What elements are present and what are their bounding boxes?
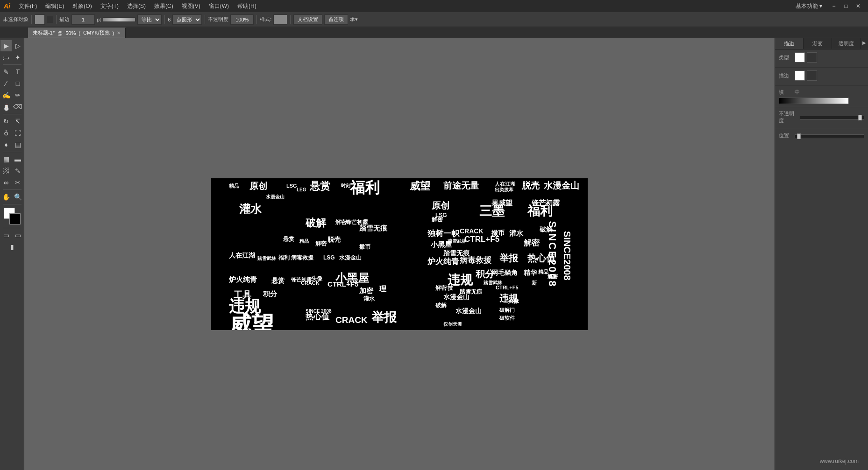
- zoom-tool[interactable]: 🔍: [12, 191, 23, 203]
- minimize-button[interactable]: −: [828, 0, 840, 12]
- workspace-selector[interactable]: 基本功能 ▾: [792, 1, 826, 11]
- type-color-dark[interactable]: [807, 52, 817, 63]
- lasso-tool[interactable]: ⧴: [0, 52, 12, 63]
- menu-help[interactable]: 帮助(H): [234, 1, 260, 11]
- style-preview[interactable]: [273, 14, 287, 25]
- warp-tool[interactable]: ♁: [0, 127, 12, 139]
- extra-icon[interactable]: 承▾: [350, 16, 358, 23]
- menu-object[interactable]: 对象(O): [69, 1, 95, 11]
- eyedropper-tool[interactable]: ⛆: [0, 165, 12, 176]
- fill-color-selector[interactable]: [47, 16, 53, 23]
- toolbar: 未选择对象 描边 pt 等比 6 点圆形 不透明度 样式: 文档设置 首连项 承…: [0, 12, 868, 27]
- stroke-swatch-dark[interactable]: [807, 70, 817, 81]
- draw-mode-behind[interactable]: ▭: [12, 230, 23, 241]
- stroke-color-selector[interactable]: [35, 14, 45, 25]
- maximize-button[interactable]: □: [840, 0, 852, 12]
- document-tab[interactable]: 未标题-1* @ 50% ( CMYK/预览 ) ✕: [28, 28, 126, 38]
- tool-row-15: ▮: [7, 241, 18, 253]
- stroke-width-input[interactable]: [71, 14, 95, 25]
- rp-position-section: 位置: [775, 129, 868, 144]
- word-cloud-item: CTRL+F5: [464, 235, 499, 243]
- word-cloud-item: 加密: [359, 287, 373, 294]
- tool-row-2: ⧴ ✦: [0, 52, 23, 63]
- draw-mode-normal[interactable]: ▭: [0, 230, 12, 241]
- word-cloud-item: 解密: [524, 239, 540, 247]
- rp-tab-transparency[interactable]: 透明度: [832, 38, 861, 49]
- gradient-tool[interactable]: ▬: [12, 154, 23, 165]
- rp-stroke-section: 描边: [775, 68, 868, 86]
- first-item-button[interactable]: 首连项: [324, 14, 348, 25]
- menu-file[interactable]: 文件(F): [15, 1, 41, 11]
- rp-fill-label: 填: [779, 89, 793, 96]
- stroke-swatch-white[interactable]: [795, 70, 805, 81]
- opacity-slider-thumb[interactable]: [858, 115, 862, 120]
- menu-text[interactable]: 文字(T): [97, 1, 122, 11]
- word-cloud-item: 出类拔萃: [495, 188, 513, 192]
- rect-tool[interactable]: □: [12, 78, 23, 89]
- tool-row-9: ♦ ▤: [0, 139, 23, 150]
- magic-wand-tool[interactable]: ✦: [12, 52, 23, 63]
- menu-select[interactable]: 选择(S): [123, 1, 149, 11]
- line-tool[interactable]: ∕: [0, 78, 12, 89]
- screen-mode[interactable]: ▮: [7, 241, 18, 253]
- stroke-style-select[interactable]: 等比: [137, 14, 162, 25]
- word-cloud-item: 水漫金山: [544, 181, 579, 190]
- position-slider-thumb[interactable]: [797, 133, 801, 139]
- graph-tool[interactable]: ▤: [12, 139, 23, 150]
- gradient-bar[interactable]: [779, 98, 849, 104]
- position-slider[interactable]: [795, 134, 864, 138]
- close-button[interactable]: ✕: [852, 0, 864, 12]
- menu-edit[interactable]: 编辑(E): [42, 1, 68, 11]
- word-cloud-item: 灌水: [239, 203, 262, 215]
- rp-tab-stroke[interactable]: 描边: [775, 38, 804, 49]
- type-color-white[interactable]: [795, 52, 805, 63]
- tool-row-3: ✎ T: [0, 66, 23, 77]
- pencil-tool[interactable]: ✍: [0, 90, 12, 101]
- rp-tab-gradient[interactable]: 渐变: [804, 38, 832, 49]
- word-cloud-item: 水漫金山: [455, 308, 482, 314]
- word-cloud-item: 人在江湖: [495, 182, 515, 187]
- rp-opacity-label: 不透明度: [779, 110, 798, 124]
- menu-view[interactable]: 视图(V): [178, 1, 204, 11]
- word-cloud-item: 独树一帜: [427, 230, 459, 238]
- tool-row-6: ⛄ ⌫: [0, 101, 23, 112]
- word-cloud-item: 解密: [435, 285, 447, 291]
- word-cloud-item: 人在江湖: [229, 252, 255, 259]
- direct-selection-tool[interactable]: ▷: [12, 40, 23, 51]
- selection-tool[interactable]: ▶: [0, 40, 12, 51]
- background-color[interactable]: [9, 213, 21, 224]
- right-panel-tabs: 描边 渐变 透明度 ▶: [775, 38, 868, 49]
- opacity-slider[interactable]: [800, 116, 864, 119]
- opacity-input[interactable]: [230, 14, 254, 25]
- symbol-tool[interactable]: ♦: [0, 139, 12, 150]
- tab-close-button[interactable]: ✕: [117, 30, 121, 35]
- menu-effect[interactable]: 效果(C): [150, 1, 177, 11]
- doc-settings-button[interactable]: 文档设置: [293, 14, 322, 25]
- rp-type-section: 类型: [775, 49, 868, 68]
- rp-mid-label: 中: [795, 89, 809, 96]
- scale-tool[interactable]: ↸: [12, 116, 23, 127]
- measure-tool[interactable]: ✎: [12, 165, 23, 176]
- artwork-canvas[interactable]: 精品原创LSGLEG悬赏时刻福利威望前途无量人在江湖出类拔萃脱壳水漫金山水漫金山…: [211, 178, 588, 330]
- rotate-tool[interactable]: ↻: [0, 116, 12, 127]
- blob-brush-tool[interactable]: ⛄: [0, 101, 12, 112]
- point-shape-select[interactable]: 点圆形: [172, 14, 202, 25]
- tab-mode-close: ): [113, 30, 114, 36]
- tool-row-5: ✍ ✏: [0, 90, 23, 101]
- pen-tool[interactable]: ✎: [0, 66, 12, 77]
- menu-bar: Ai 文件(F) 编辑(E) 对象(O) 文字(T) 选择(S) 效果(C) 视…: [0, 0, 868, 12]
- tab-zoom: @: [57, 30, 63, 36]
- free-transform-tool[interactable]: ⛶: [12, 127, 23, 139]
- tool-separator-6: [3, 228, 21, 228]
- eraser-tool[interactable]: ⌫: [12, 101, 23, 112]
- blend-tool[interactable]: ∞: [0, 177, 12, 188]
- panel-expand-icon[interactable]: ▶: [861, 38, 868, 49]
- menu-window[interactable]: 窗口(W): [205, 1, 233, 11]
- brush-tool[interactable]: ✏: [12, 90, 23, 101]
- hand-tool[interactable]: ✋: [0, 191, 12, 203]
- word-cloud-item: 举报: [499, 253, 518, 263]
- type-tool[interactable]: T: [12, 66, 23, 77]
- word-cloud-item: 头像: [508, 298, 519, 304]
- mesh-tool[interactable]: ▦: [0, 154, 12, 165]
- scissors-tool[interactable]: ✂: [12, 177, 23, 188]
